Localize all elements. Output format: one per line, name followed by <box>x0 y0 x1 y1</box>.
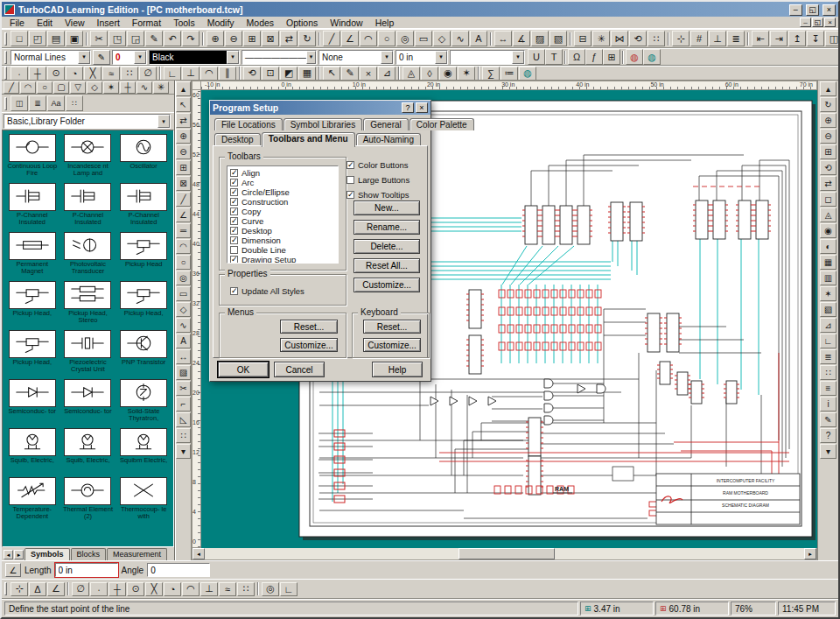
redraw-icon[interactable]: ↻ <box>820 97 836 112</box>
window-titlebar[interactable]: TurboCAD Learning Edition - [PC motherbo… <box>2 2 838 17</box>
symbol-cell[interactable]: Incandesce nt Lamp and <box>60 134 116 181</box>
menu-options[interactable]: Options <box>280 18 324 28</box>
dialog-close-icon[interactable]: × <box>416 102 428 113</box>
scroll-down-icon[interactable]: ▾ <box>820 444 836 459</box>
tab-measurement[interactable]: Measurement <box>107 548 167 560</box>
zoom-full-icon[interactable]: ⊡ <box>262 67 279 81</box>
rename-button[interactable]: Rename... <box>354 220 420 235</box>
circle-icon[interactable]: ○ <box>378 31 396 46</box>
cancel-button[interactable]: Cancel <box>274 362 325 377</box>
chevron-down-icon[interactable] <box>306 51 316 64</box>
tab-auto-naming[interactable]: Auto-Naming <box>356 133 421 145</box>
calculator-icon[interactable]: ∑ <box>482 67 500 81</box>
polygon-tool-icon[interactable]: ◇ <box>176 302 191 317</box>
aerial-view-icon[interactable]: ◩ <box>280 67 298 81</box>
toolbar-list-item[interactable]: Drawing Setup <box>230 255 335 264</box>
scroll-up-icon[interactable]: ▴ <box>820 81 836 96</box>
toolbar-grip[interactable] <box>4 51 7 64</box>
render-icon[interactable]: ◍ <box>626 49 643 65</box>
lighting-icon[interactable]: ✶ <box>458 67 475 81</box>
tab-symbols[interactable]: Symbols <box>24 548 70 560</box>
symbol-cell[interactable]: Solid-State Thyratron, <box>116 379 172 426</box>
snap-nearest-icon[interactable]: ≈ <box>102 67 120 81</box>
snap-intersection-icon[interactable]: ╳ <box>84 67 102 81</box>
underline-icon[interactable]: U <box>528 49 545 65</box>
arc-tool-icon[interactable]: ◠ <box>176 239 191 254</box>
format-painter-icon[interactable]: ✎ <box>145 31 163 46</box>
scroll-right-icon[interactable]: ▸ <box>804 548 816 559</box>
pan-up-icon[interactable]: ↥ <box>788 31 806 46</box>
ortho-toggle-icon[interactable]: ⊥ <box>709 31 726 46</box>
pan-left-icon[interactable]: ⇤ <box>752 31 769 46</box>
hatch-icon[interactable]: ▨ <box>531 31 549 46</box>
zoom-out-icon[interactable]: ⊖ <box>225 31 242 46</box>
cross-tool-icon[interactable]: ┼ <box>120 81 136 94</box>
text-tool-icon[interactable]: A <box>176 334 191 348</box>
snap-center-icon[interactable]: ⊙ <box>47 67 65 81</box>
toolbar-grip[interactable] <box>4 32 7 46</box>
help-icon[interactable]: ? <box>820 428 836 443</box>
symbol-cell[interactable]: P-Channel Insulated <box>116 183 172 230</box>
scrollbar-thumb[interactable] <box>458 548 555 559</box>
toolbar-list-item[interactable]: Construction <box>230 197 335 207</box>
info-icon[interactable]: i <box>820 397 836 411</box>
rect-tool-icon[interactable]: ▭ <box>176 286 191 301</box>
library-folder-dropdown[interactable]: Basic,Library Folder <box>4 114 171 129</box>
close-button[interactable]: × <box>822 4 836 16</box>
ok-button[interactable]: OK <box>218 362 269 377</box>
wireframe-icon[interactable]: ▦ <box>820 255 836 270</box>
checkbox[interactable] <box>230 198 238 206</box>
checkbox[interactable] <box>230 169 238 177</box>
scroll-left-icon[interactable]: ◂ <box>192 548 205 559</box>
pan-right-icon[interactable]: ⇥ <box>770 31 788 46</box>
rect-tool-icon[interactable]: ▢ <box>53 81 69 94</box>
symbol-cell[interactable]: Permanent Magnet <box>4 232 60 279</box>
camera-icon[interactable]: ◉ <box>439 67 457 81</box>
restore-button[interactable]: ◱ <box>806 4 819 16</box>
zoom-extents-icon[interactable]: ⊠ <box>262 31 279 46</box>
render-icon[interactable]: ◐ <box>820 239 836 254</box>
checkbox[interactable] <box>230 208 238 215</box>
menu-edit[interactable]: Edit <box>31 18 59 28</box>
symbol-cell[interactable]: Thermal Element (2) <box>60 477 116 524</box>
chevron-down-icon[interactable] <box>381 51 393 64</box>
menu-format[interactable]: Format <box>126 18 167 28</box>
array-icon[interactable]: ∷ <box>648 31 665 46</box>
copy-icon[interactable]: ◳ <box>108 31 126 46</box>
edit-tool-icon[interactable]: ✎ <box>341 67 359 81</box>
polygon-icon[interactable]: ◇ <box>433 31 451 46</box>
view-front-icon[interactable]: ◻ <box>820 192 836 207</box>
toolbar-list-item[interactable]: Align <box>230 168 335 178</box>
toolbar-grip[interactable] <box>4 582 7 595</box>
pen-style-icon[interactable]: ✎ <box>93 50 110 65</box>
checkbox[interactable] <box>230 188 238 196</box>
chamfer-tool-icon[interactable]: ◺ <box>176 412 191 427</box>
mirror-icon[interactable]: ⋈ <box>611 31 628 46</box>
redo-icon[interactable]: ↷ <box>182 31 200 46</box>
checkbox[interactable] <box>230 217 238 225</box>
group-icon[interactable]: ⊟ <box>574 31 592 46</box>
line-pattern-dropdown[interactable]: ——————— <box>242 50 317 65</box>
toolbar-list-item[interactable]: Circle/Ellipse <box>230 187 335 197</box>
symbol-cell[interactable]: Temperature- Dependent <box>4 477 60 524</box>
toolbar-list-item[interactable]: Arc <box>230 178 335 187</box>
no-snap-icon[interactable]: ∅ <box>139 67 157 81</box>
chevron-down-icon[interactable] <box>227 51 239 64</box>
dimension-icon[interactable]: ↔ <box>494 31 512 46</box>
lights-icon[interactable]: ✶ <box>820 286 836 301</box>
color-dropdown[interactable]: Black <box>149 50 240 65</box>
snap-center-icon[interactable]: ⊙ <box>127 582 144 596</box>
zoom-in-icon[interactable]: ⊕ <box>176 129 191 144</box>
snap-intersection-icon[interactable]: ╳ <box>145 582 163 596</box>
tangent-snap-icon[interactable]: ◠ <box>200 67 218 81</box>
symbol-cell[interactable]: Continuous Loop Fire <box>4 134 60 181</box>
absolute-coords-icon[interactable]: ⊹ <box>10 582 28 596</box>
new-button[interactable]: New... <box>354 200 420 215</box>
no-snap-icon[interactable]: ∅ <box>72 582 89 596</box>
curve-tool-icon[interactable]: ∿ <box>136 81 152 94</box>
snap-quadrant-icon[interactable]: ◔ <box>66 67 83 81</box>
chevron-down-icon[interactable] <box>512 51 524 64</box>
pan-icon[interactable]: ⇄ <box>820 176 836 191</box>
menu-tools[interactable]: Tools <box>167 18 201 28</box>
chevron-down-icon[interactable] <box>78 51 90 64</box>
